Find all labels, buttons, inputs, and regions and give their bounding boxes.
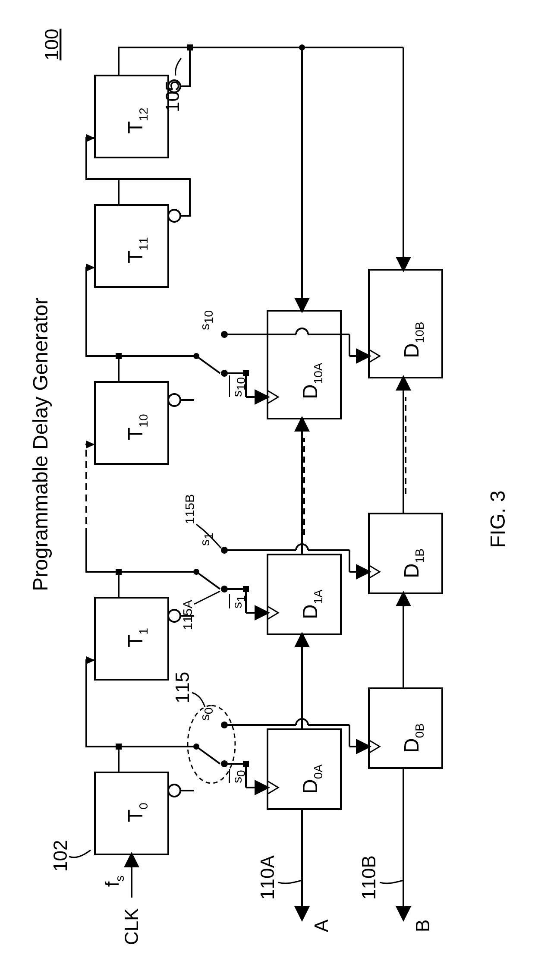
D0B-sub: 0B: [413, 723, 426, 738]
label-fs-sub: s: [113, 876, 126, 882]
svg-text:T11: T11: [124, 237, 150, 263]
arm-s0: [196, 747, 220, 764]
D1B-label: D: [400, 563, 423, 578]
svg-text:D0B: D0B: [400, 723, 426, 753]
D1A-sub: 1A: [312, 589, 325, 605]
arrowhead-t10-in: [86, 441, 95, 448]
figure-label: FIG. 3: [486, 491, 509, 548]
ref-100: 100: [41, 29, 62, 60]
leader-115: [192, 693, 205, 707]
arc-s10-overA: [296, 328, 308, 334]
arm-s1: [196, 572, 220, 589]
block-T11: [95, 205, 168, 287]
block-T10: [95, 382, 168, 464]
T10-label: T: [124, 428, 147, 440]
svg-text:fs: fs: [101, 876, 126, 887]
clk-tri-D1A: [268, 606, 278, 619]
T12-label: T: [124, 121, 147, 134]
D10B-label: D: [400, 343, 423, 358]
T0-sub: 0: [137, 803, 150, 810]
clk-tri-D10A: [268, 391, 278, 403]
bubble-t11: [168, 210, 180, 222]
ref-110B: 110B: [358, 855, 379, 900]
svg-text:T12: T12: [124, 108, 150, 134]
label-s0: s: [198, 714, 212, 721]
leader-115A: [194, 591, 220, 604]
label-fs: f: [101, 881, 123, 887]
wire-t1-t10: [86, 535, 119, 598]
svg-text:s10: s10: [198, 310, 215, 330]
label-B: B: [412, 920, 433, 932]
clk-tri-D1B: [369, 565, 380, 578]
wire-t1-t10-dash: [86, 444, 95, 535]
wire-t11-t12: [86, 138, 119, 205]
T10-sub: 10: [137, 414, 150, 428]
label-s1: s: [198, 539, 212, 546]
wire-t10-t11: [86, 268, 119, 382]
label-s10: s: [198, 324, 212, 330]
T12-sub: 12: [137, 108, 150, 121]
svg-text:T0: T0: [124, 803, 150, 822]
svg-text:D1A: D1A: [299, 589, 325, 619]
clk-tri-D10B: [369, 350, 380, 362]
block-T12: [95, 76, 168, 158]
leader-105: [175, 58, 181, 76]
svg-text:s0: s0: [230, 770, 248, 783]
clk-tri-D0B: [369, 740, 380, 753]
svg-text:T1: T1: [124, 628, 150, 647]
T11-label: T: [124, 251, 147, 263]
arrowhead-t11-in: [86, 264, 95, 271]
leader-110A: [278, 880, 302, 883]
label-A: A: [311, 919, 332, 932]
ref-102: 102: [50, 840, 71, 872]
wire-t11-step: [119, 179, 190, 216]
ref-115B: 115B: [183, 494, 197, 524]
bubble-t10: [168, 394, 180, 406]
bubble-t1: [168, 610, 180, 622]
clk-tri-D0A: [268, 781, 278, 794]
T0-label: T: [124, 810, 147, 822]
svg-text:D1B: D1B: [400, 548, 426, 578]
block-D10B: [369, 270, 442, 378]
leader-102: [69, 850, 91, 857]
block-D0A: [268, 729, 341, 809]
svg-text:s1: s1: [230, 595, 248, 608]
svg-text:s10: s10: [230, 377, 248, 397]
ref-105: 105: [162, 81, 183, 112]
ref-115A: 115A: [180, 600, 195, 630]
label-s0-sub: 0: [202, 707, 215, 714]
label-s10bar: s: [230, 391, 244, 397]
T1-sub: 1: [137, 628, 150, 635]
D1B-sub: 1B: [413, 548, 426, 563]
title: Programmable Delay Generator: [29, 298, 52, 591]
block-D1A: [268, 555, 341, 634]
T1-label: T: [124, 635, 147, 647]
D10B-sub: 10B: [413, 322, 426, 343]
svg-text:D0A: D0A: [299, 764, 325, 794]
T11-sub: 11: [137, 237, 150, 251]
D0B-label: D: [400, 738, 423, 753]
block-D1B: [369, 514, 442, 593]
leader-110B: [380, 880, 403, 883]
wire-t12-out: [119, 47, 190, 86]
junction-105-A: [299, 44, 305, 50]
D1A-label: D: [299, 604, 321, 619]
block-D0B: [369, 688, 442, 768]
arm-s10: [196, 356, 220, 373]
wire-t0-t1: [86, 660, 119, 772]
label-s1-sub: 1: [202, 533, 215, 539]
D0A-label: D: [299, 779, 321, 794]
bubble-t0: [168, 785, 180, 797]
block-D10A: [268, 311, 341, 419]
arrowhead-t12-in: [86, 134, 95, 142]
page: Programmable Delay Generator 100 FIG. 3 …: [0, 0, 535, 980]
diagram-svg: Programmable Delay Generator 100 FIG. 3 …: [0, 0, 535, 980]
D10A-label: D: [299, 384, 321, 399]
svg-text:D10A: D10A: [299, 362, 325, 399]
label-clk: CLK: [121, 908, 142, 945]
svg-text:T10: T10: [124, 414, 150, 440]
label-s1bar: s: [230, 602, 244, 608]
label-s0bar: s: [230, 777, 244, 783]
arrowhead-t1-in: [86, 656, 95, 664]
D10A-sub: 10A: [312, 362, 325, 384]
